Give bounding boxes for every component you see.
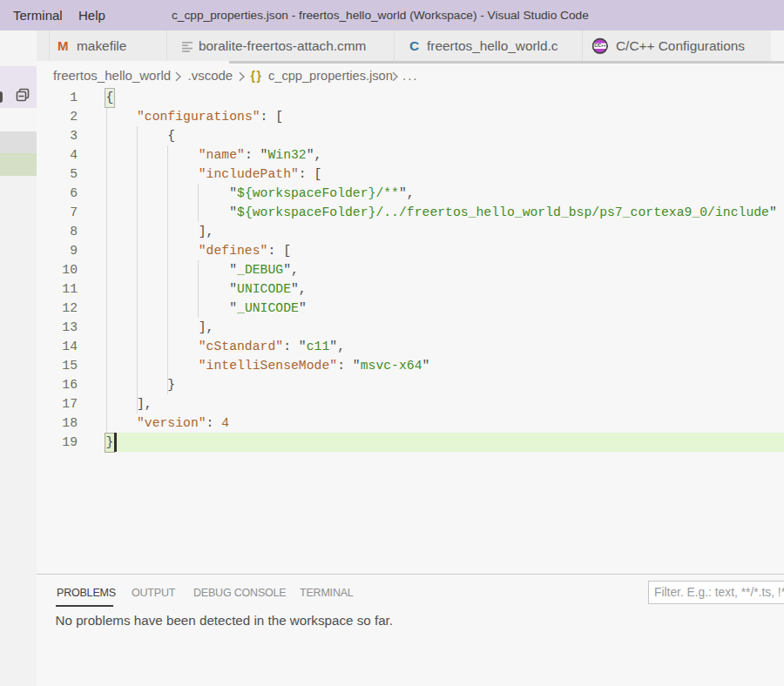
svg-text:C/C++: C/C++ — [594, 44, 606, 48]
